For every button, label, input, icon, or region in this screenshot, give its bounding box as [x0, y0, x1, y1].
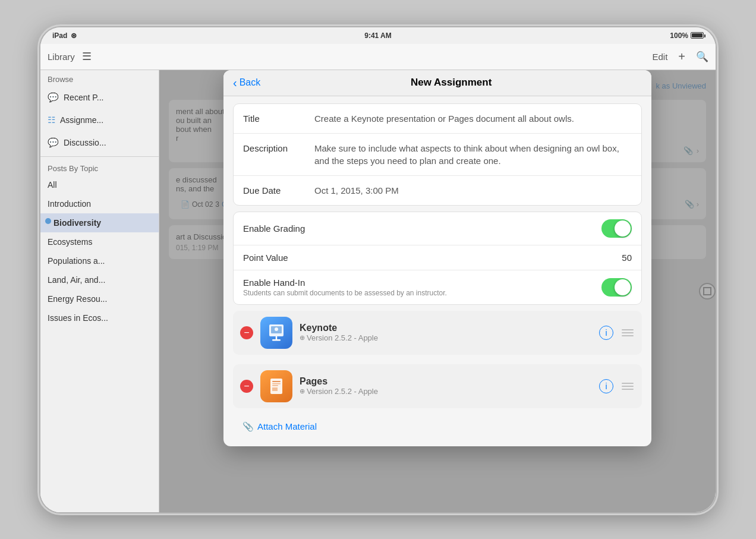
- device-label: iPad: [52, 31, 67, 40]
- grading-card: Enable Grading Point Value 50: [233, 212, 642, 305]
- pages-info-btn[interactable]: i: [599, 379, 613, 393]
- hamburger-icon[interactable]: ☰: [82, 50, 92, 63]
- keynote-info-btn[interactable]: i: [599, 326, 613, 340]
- keynote-name: Keynote: [300, 323, 592, 333]
- assignment-icon: ☷: [48, 115, 55, 125]
- keynote-icon: [260, 317, 292, 349]
- point-value-number[interactable]: 50: [622, 253, 632, 263]
- pages-drag-handle[interactable]: [620, 380, 635, 392]
- battery-bar: [691, 32, 704, 39]
- recent-label: Recent P...: [64, 93, 103, 102]
- pages-info: Pages ⊕ Version 2.5.2 - Apple: [300, 376, 592, 396]
- title-row: Title Create a Keynote presentation or P…: [234, 104, 641, 134]
- enable-handin-label: Enable Hand-In: [243, 278, 601, 288]
- discussion-label: Discussio...: [64, 138, 106, 147]
- main-content: ∧ ∨ k as Unviewed ment all about ou buil…: [159, 70, 716, 512]
- content-area: Browse 💬 Recent P... ☷ Assignme... 💬 Dis…: [40, 70, 716, 512]
- active-dot: [45, 218, 51, 224]
- pages-icon: [260, 370, 292, 402]
- form-card-details: Title Create a Keynote presentation or P…: [233, 103, 642, 206]
- topic-land-air[interactable]: Land, Air, and...: [40, 270, 159, 289]
- app-items-section: −: [233, 311, 642, 408]
- app-area: Library ☰ Edit + 🔍 Browse 💬 Recent P... …: [40, 44, 716, 512]
- app-item-pages: −: [233, 364, 642, 408]
- topic-all[interactable]: All: [40, 175, 159, 194]
- topic-introduction[interactable]: Introduction: [40, 194, 159, 213]
- enable-handin-toggle[interactable]: [601, 278, 632, 297]
- enable-handin-sub: Students can submit documents to be asse…: [243, 289, 601, 297]
- ipad-frame: iPad ⊛ 9:41 AM 100% Library ☰ Edit + 🔍: [39, 26, 717, 513]
- remove-keynote-btn[interactable]: −: [240, 326, 253, 339]
- pages-appstore-icon: ⊕: [300, 387, 305, 395]
- sidebar-item-recent[interactable]: 💬 Recent P...: [40, 86, 159, 109]
- due-date-label: Due Date: [243, 184, 314, 196]
- library-title: Library: [48, 52, 75, 62]
- svg-rect-5: [270, 379, 282, 394]
- time-label: 9:41 AM: [364, 31, 392, 40]
- topic-populations[interactable]: Populations a...: [40, 251, 159, 270]
- svg-rect-8: [272, 385, 278, 386]
- svg-rect-2: [272, 339, 281, 341]
- paperclip-icon: 📎: [242, 421, 254, 432]
- keynote-info: Keynote ⊕ Version 2.5.2 - Apple: [300, 323, 592, 342]
- sidebar-item-assignments[interactable]: ☷ Assignme...: [40, 109, 159, 131]
- topic-energy[interactable]: Energy Resou...: [40, 289, 159, 308]
- title-label: Title: [243, 112, 314, 124]
- toggle-knob: [615, 220, 631, 237]
- enable-grading-toggle[interactable]: [601, 219, 632, 238]
- modal-overlay: ‹ Back New Assignment Title Cre: [159, 70, 716, 512]
- discussion-icon: 💬: [48, 137, 59, 148]
- status-bar: iPad ⊛ 9:41 AM 100%: [40, 27, 716, 44]
- toggle-knob-2: [615, 279, 631, 295]
- battery-fill: [692, 33, 703, 37]
- enable-handin-row: Enable Hand-In Students can submit docum…: [234, 270, 641, 304]
- description-row: Description Make sure to include what as…: [234, 134, 641, 176]
- back-btn[interactable]: ‹ Back: [233, 76, 260, 90]
- back-label: Back: [240, 77, 261, 88]
- keynote-version: ⊕ Version 2.5.2 - Apple: [300, 333, 592, 342]
- top-nav: Library ☰ Edit + 🔍: [40, 44, 716, 70]
- point-value-label: Point Value: [243, 253, 622, 263]
- keynote-drag-handle[interactable]: [620, 327, 635, 339]
- svg-rect-7: [272, 383, 281, 384]
- edit-btn[interactable]: Edit: [652, 52, 667, 62]
- sidebar-divider: [40, 156, 159, 157]
- modal-title: New Assignment: [260, 77, 642, 89]
- back-chevron-icon: ‹: [233, 76, 237, 90]
- wifi-icon: ⊛: [71, 31, 77, 40]
- point-value-row: Point Value 50: [234, 245, 641, 270]
- svg-point-4: [275, 327, 278, 331]
- topic-issues[interactable]: Issues in Ecos...: [40, 308, 159, 327]
- posts-by-topic-label: Posts By Topic: [40, 159, 159, 175]
- description-value: Make sure to include what aspects to thi…: [314, 142, 632, 167]
- add-btn[interactable]: +: [678, 50, 685, 64]
- browse-label: Browse: [40, 70, 159, 86]
- keynote-svg: [267, 323, 286, 342]
- pages-name: Pages: [300, 376, 592, 387]
- enable-grading-label: Enable Grading: [243, 223, 601, 234]
- topic-ecosystems[interactable]: Ecosystems: [40, 232, 159, 251]
- app-item-keynote: −: [233, 311, 642, 355]
- enable-grading-row: Enable Grading: [234, 212, 641, 245]
- keynote-appstore-icon: ⊕: [300, 334, 305, 342]
- remove-pages-btn[interactable]: −: [240, 380, 253, 393]
- sidebar: Browse 💬 Recent P... ☷ Assignme... 💬 Dis…: [40, 70, 159, 512]
- recent-icon: 💬: [48, 92, 59, 103]
- modal-body: Title Create a Keynote presentation or P…: [223, 96, 651, 446]
- description-label: Description: [243, 142, 314, 153]
- svg-rect-6: [272, 381, 281, 382]
- assignment-label: Assignme...: [60, 115, 103, 125]
- due-date-row: Due Date Oct 1, 2015, 3:00 PM: [234, 176, 641, 205]
- pages-version: ⊕ Version 2.5.2 - Apple: [300, 387, 592, 396]
- search-btn[interactable]: 🔍: [696, 51, 708, 63]
- attach-material-btn[interactable]: 📎 Attach Material: [233, 414, 642, 439]
- topic-biodiversity[interactable]: Biodiversity: [40, 213, 159, 232]
- modal: ‹ Back New Assignment Title Cre: [223, 70, 651, 446]
- pages-svg: [267, 377, 286, 396]
- title-value: Create a Keynote presentation or Pages d…: [314, 112, 632, 125]
- battery-label: 100%: [670, 31, 688, 40]
- due-date-value: Oct 1, 2015, 3:00 PM: [314, 184, 632, 197]
- modal-nav: ‹ Back New Assignment: [223, 70, 651, 96]
- attach-label: Attach Material: [257, 421, 317, 431]
- sidebar-item-discussions[interactable]: 💬 Discussio...: [40, 131, 159, 154]
